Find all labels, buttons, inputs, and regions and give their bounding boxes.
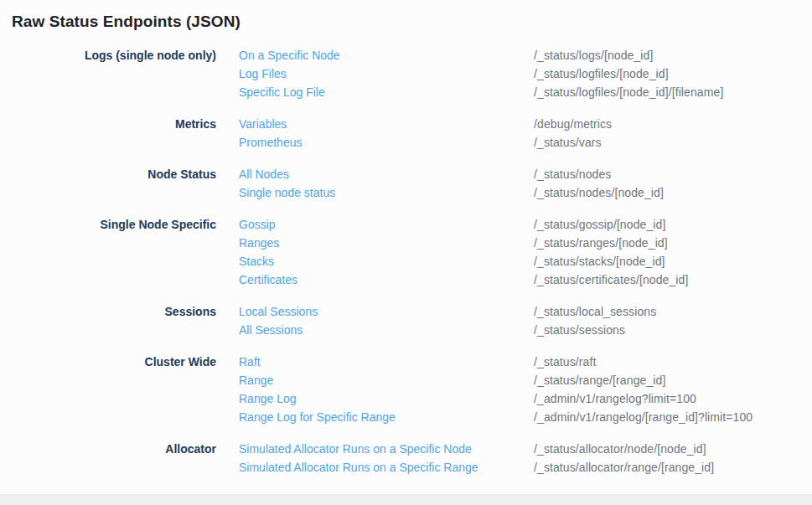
endpoint-path: /_status/gossip/[node_id] [534,215,812,234]
page-title: Raw Status Endpoints (JSON) [0,0,812,33]
endpoint-path: /_admin/v1/rangelog/[range_id]?limit=100 [534,408,812,426]
endpoint-row: Stacks /_status/stacks/[node_id] [239,252,812,271]
category-label: Logs (single node only) [0,46,216,64]
endpoint-link[interactable]: Simulated Allocator Runs on a Specific R… [239,458,534,477]
endpoint-row: All Sessions /_status/sessions [239,321,812,339]
endpoint-link[interactable]: Gossip [239,215,534,234]
endpoint-link[interactable]: Local Sessions [239,302,534,321]
category-label: Metrics [0,115,216,133]
endpoint-row: Prometheus /_status/vars [239,133,812,152]
endpoint-path: /_status/stacks/[node_id] [534,252,812,271]
endpoint-link[interactable]: Range Log [239,389,534,408]
section-rows: Simulated Allocator Runs on a Specific N… [239,440,812,477]
endpoint-path: /_status/local_sessions [534,302,812,321]
endpoint-row: All Nodes /_status/nodes [239,165,812,183]
endpoint-path: /_status/nodes [534,165,812,183]
category-label: Allocator [0,440,216,458]
endpoint-link[interactable]: Certificates [239,271,534,289]
endpoint-path: /_status/logfiles/[node_id] [534,64,812,83]
endpoint-link[interactable]: Raft [239,353,534,371]
endpoint-link[interactable]: All Nodes [239,165,534,183]
endpoint-link[interactable]: Ranges [239,234,534,252]
section-rows: Local Sessions /_status/local_sessions A… [239,302,812,339]
endpoint-row: Certificates /_status/certificates/[node… [239,271,812,289]
endpoint-section: Single Node Specific Gossip /_status/gos… [0,215,812,289]
endpoint-section: Metrics Variables /debug/metrics Prometh… [0,115,812,152]
endpoint-section: Node Status All Nodes /_status/nodes Sin… [0,165,812,202]
section-rows: All Nodes /_status/nodes Single node sta… [239,165,812,202]
endpoint-link[interactable]: Log Files [239,64,534,83]
endpoint-path: /_status/vars [534,133,812,152]
endpoint-section: Sessions Local Sessions /_status/local_s… [0,302,812,339]
category-label: Single Node Specific [0,215,216,234]
endpoint-section: Cluster Wide Raft /_status/raft Range /_… [0,353,812,426]
raw-status-endpoints-page: Raw Status Endpoints (JSON) Logs (single… [0,0,812,505]
endpoint-row: Gossip /_status/gossip/[node_id] [239,215,812,234]
endpoint-path: /_status/sessions [534,321,812,339]
endpoint-path: /_admin/v1/rangelog?limit=100 [534,389,812,408]
endpoint-row: Simulated Allocator Runs on a Specific N… [239,440,812,458]
endpoint-path: /_status/raft [534,353,812,371]
endpoint-path: /_status/allocator/range/[range_id] [534,458,812,477]
endpoint-path: /_status/ranges/[node_id] [534,234,812,252]
section-rows: Raft /_status/raft Range /_status/range/… [239,353,812,426]
endpoint-row: Single node status /_status/nodes/[node_… [239,183,812,202]
endpoint-path: /_status/certificates/[node_id] [534,271,812,289]
endpoint-path: /_status/nodes/[node_id] [534,183,812,202]
next-section-strip [0,494,812,505]
category-label: Sessions [0,302,216,321]
endpoint-row: Specific Log File /_status/logfiles/[nod… [239,83,812,101]
endpoint-path: /_status/allocator/node/[node_id] [534,440,812,458]
endpoint-link[interactable]: Prometheus [239,133,534,152]
endpoint-section: Allocator Simulated Allocator Runs on a … [0,440,812,477]
endpoint-link[interactable]: Variables [239,115,534,133]
endpoint-row: On a Specific Node /_status/logs/[node_i… [239,46,812,64]
endpoint-row: Local Sessions /_status/local_sessions [239,302,812,321]
category-label: Cluster Wide [0,353,216,371]
endpoint-link[interactable]: Range [239,371,534,389]
endpoint-row: Log Files /_status/logfiles/[node_id] [239,64,812,83]
endpoint-link[interactable]: Single node status [239,183,534,202]
endpoint-row: Raft /_status/raft [239,353,812,371]
endpoint-path: /_status/range/[range_id] [534,371,812,389]
section-rows: On a Specific Node /_status/logs/[node_i… [239,46,812,101]
section-rows: Gossip /_status/gossip/[node_id] Ranges … [239,215,812,289]
endpoint-row: Range Log for Specific Range /_admin/v1/… [239,408,812,426]
endpoint-link[interactable]: Simulated Allocator Runs on a Specific N… [239,440,534,458]
category-label: Node Status [0,165,216,183]
endpoint-row: Ranges /_status/ranges/[node_id] [239,234,812,252]
endpoint-path: /debug/metrics [534,115,812,133]
endpoint-path: /_status/logfiles/[node_id]/[filename] [534,83,812,101]
endpoints-table: Logs (single node only) On a Specific No… [0,46,812,477]
endpoint-section: Logs (single node only) On a Specific No… [0,46,812,101]
endpoint-link[interactable]: Stacks [239,252,534,271]
endpoint-row: Variables /debug/metrics [239,115,812,133]
endpoint-row: Simulated Allocator Runs on a Specific R… [239,458,812,477]
endpoint-link[interactable]: All Sessions [239,321,534,339]
endpoint-row: Range /_status/range/[range_id] [239,371,812,389]
endpoint-row: Range Log /_admin/v1/rangelog?limit=100 [239,389,812,408]
section-rows: Variables /debug/metrics Prometheus /_st… [239,115,812,152]
endpoint-link[interactable]: On a Specific Node [239,46,534,64]
endpoint-link[interactable]: Specific Log File [239,83,534,101]
endpoint-path: /_status/logs/[node_id] [534,46,812,64]
endpoint-link[interactable]: Range Log for Specific Range [239,408,534,426]
